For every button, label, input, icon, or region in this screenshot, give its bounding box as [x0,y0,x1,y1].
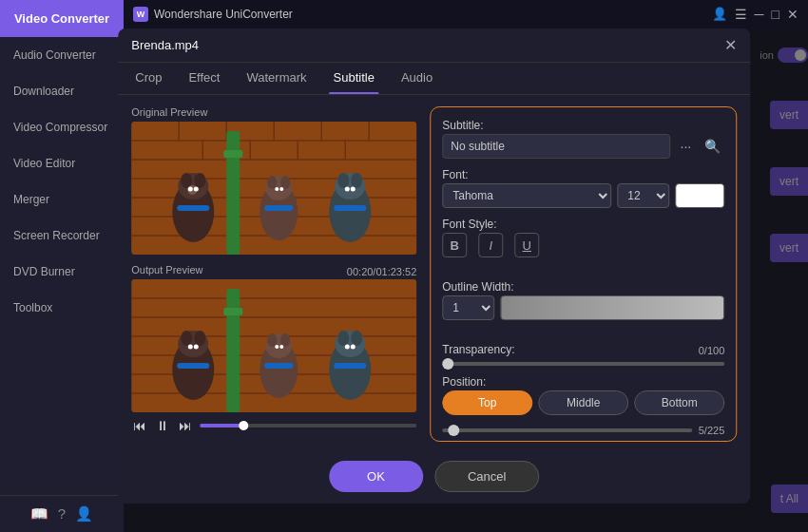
underline-button[interactable]: U [514,233,539,257]
svg-point-37 [279,187,283,191]
svg-point-60 [351,331,362,346]
subtitle-row: ··· 🔍 [442,134,724,159]
subtitle-section-label: Subtitle: [442,119,724,132]
subtitle-section: Subtitle: ··· 🔍 [442,119,724,159]
transparency-slider[interactable] [442,362,724,366]
font-row: Tahoma Arial Times New Roman 12 891011 1… [442,183,724,208]
output-preview-header: Output Preview 00:20/01:23:52 [131,264,416,279]
user-icon[interactable]: 👤 [75,505,93,522]
outline-width-select[interactable]: 10234 [442,295,494,320]
original-preview-section: Original Preview [131,106,416,255]
downloader-label: Downloader [13,85,74,98]
tab-subtitle[interactable]: Subtitle [330,63,378,94]
video-compressor-label: Video Compressor [13,121,107,134]
svg-point-38 [345,187,350,192]
subtitle-search-button[interactable]: 🔍 [701,135,724,158]
dvd-burner-label: DVD Burner [13,265,75,278]
svg-point-68 [345,345,350,350]
svg-point-56 [280,333,290,347]
position-bottom-button[interactable]: Bottom [634,390,724,415]
position-buttons-row: Top Middle Bottom [442,390,724,415]
svg-point-21 [194,173,205,188]
font-style-section: Font Style: B I U [442,218,724,257]
font-size-select[interactable]: 12 891011 141618 [617,183,669,208]
audio-converter-label: Audio Converter [13,48,96,62]
tab-effect[interactable]: Effect [184,63,223,94]
dialog-filename: Brenda.mp4 [131,38,199,52]
svg-point-34 [188,187,193,192]
progress-thumb [239,421,248,430]
position-slider[interactable] [442,428,692,432]
font-section-label: Font: [442,168,724,181]
font-section: Font: Tahoma Arial Times New Roman 12 89… [442,168,724,208]
output-preview-label: Output Preview [131,264,202,276]
app-titlebar: W Wondershare UniConverter 👤 ☰ ─ □ ✕ [124,0,808,28]
svg-point-52 [194,331,205,346]
video-controls: ⏮ ⏸ ⏭ [131,412,416,439]
position-top-button[interactable]: Top [442,390,532,415]
sidebar-item-merger[interactable]: Merger [0,181,124,218]
minimize-icon[interactable]: ─ [755,7,764,22]
book-icon[interactable]: 📖 [30,505,48,522]
profile-icon[interactable]: 👤 [712,7,727,22]
tab-audio[interactable]: Audio [397,63,436,94]
app-close-icon[interactable]: ✕ [787,7,798,22]
cancel-button[interactable]: Cancel [434,461,539,492]
tab-watermark[interactable]: Watermark [242,63,310,94]
dialog-content: Original Preview [118,95,750,453]
svg-point-35 [194,187,199,192]
sidebar-bottom: 📖 ? 👤 [0,495,124,532]
sidebar-item-video-compressor[interactable]: Video Compressor [0,109,124,145]
position-slider-value: 5/225 [699,425,725,436]
position-middle-button[interactable]: Middle [538,390,628,415]
screen-recorder-label: Screen Recorder [13,229,100,242]
sidebar: Video Converter Audio Converter Download… [0,0,124,532]
svg-rect-17 [223,150,242,158]
menu-icon[interactable]: ☰ [735,7,747,22]
subtitle-input[interactable] [442,134,670,159]
svg-point-59 [337,331,349,346]
svg-point-26 [280,176,290,189]
transparency-header: Transparency: 0/100 [442,343,724,358]
font-style-row: B I U [442,233,724,257]
outline-color-picker[interactable] [500,295,724,320]
subtitle-more-button[interactable]: ··· [677,135,696,158]
svg-rect-32 [264,205,293,211]
prev-frame-button[interactable]: ⏮ [131,416,148,435]
sidebar-item-dvd-burner[interactable]: DVD Burner [0,254,124,290]
bold-button[interactable]: B [442,233,467,257]
sidebar-item-screen-recorder[interactable]: Screen Recorder [0,218,124,254]
font-color-picker[interactable] [675,183,724,208]
svg-point-29 [337,173,349,188]
italic-button[interactable]: I [478,233,503,257]
merger-label: Merger [13,193,49,206]
help-icon[interactable]: ? [58,505,66,522]
outline-section: Outline Width: 10234 [442,280,724,320]
sidebar-item-video-editor[interactable]: Video Editor [0,145,124,181]
svg-rect-31 [177,205,209,211]
next-frame-button[interactable]: ⏭ [177,416,194,435]
transparency-label: Transparency: [442,343,514,356]
maximize-icon[interactable]: □ [772,7,779,22]
ok-button[interactable]: OK [329,461,423,492]
dialog-close-icon[interactable]: ✕ [724,36,737,54]
outline-row: 10234 [442,295,724,320]
dialog-titlebar: Brenda.mp4 ✕ [118,28,750,63]
play-pause-button[interactable]: ⏸ [154,416,171,435]
dialog-overlay: Brenda.mp4 ✕ Crop Effect Watermark Subti… [124,0,808,532]
transparency-value: 0/100 [699,345,725,356]
cartoon-svg-original [131,122,416,255]
font-family-select[interactable]: Tahoma Arial Times New Roman [442,183,611,208]
tab-crop[interactable]: Crop [131,63,165,94]
sidebar-item-audio-converter[interactable]: Audio Converter [0,37,124,73]
cartoon-svg-output [131,279,416,412]
sidebar-app-title: Video Converter [14,11,109,26]
edit-dialog: Brenda.mp4 ✕ Crop Effect Watermark Subti… [118,28,750,504]
sidebar-item-toolbox[interactable]: Toolbox [0,290,124,326]
video-progress-bar[interactable] [200,424,416,428]
sidebar-header: Video Converter [0,0,124,37]
output-preview-section: Output Preview 00:20/01:23:52 [131,264,416,439]
position-section: Position: Top Middle Bottom [442,375,724,415]
svg-point-39 [351,187,356,192]
sidebar-item-downloader[interactable]: Downloader [0,73,124,109]
